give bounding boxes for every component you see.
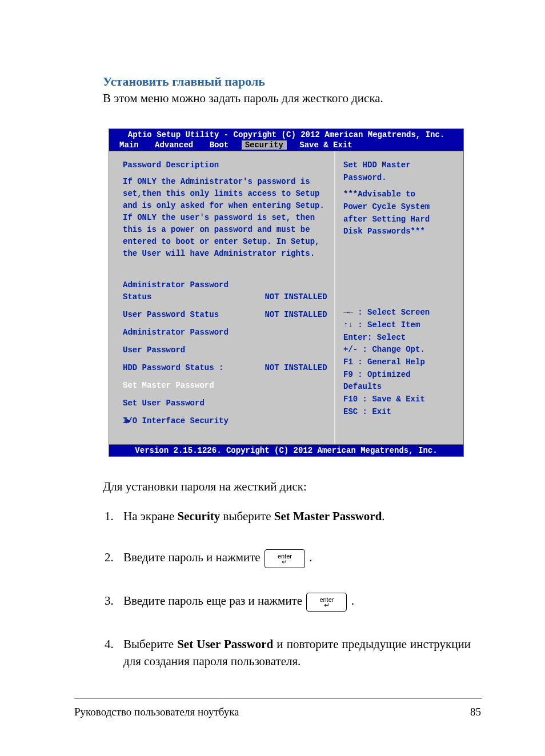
bios-help-panel: Set HDD Master Password. ***Advisable to… bbox=[334, 151, 463, 444]
bios-tab-save-exit[interactable]: Save & Exit bbox=[296, 140, 355, 150]
footer-page-number: 85 bbox=[470, 706, 481, 718]
bios-nav-line: F9 : Optimized bbox=[343, 369, 458, 381]
bios-desc-line: entered to boot or enter Setup. In Setup… bbox=[123, 236, 334, 248]
bios-desc-line: If ONLY the Administrator's password is bbox=[123, 176, 334, 188]
bios-tab-security[interactable]: Security bbox=[242, 140, 287, 150]
bios-hdd-pw-status: HDD Password Status : NOT INSTALLED bbox=[123, 362, 334, 374]
bios-admin-pw-status: Administrator Password Status NOT INSTAL… bbox=[123, 279, 334, 303]
bios-tab-boot[interactable]: Boot bbox=[206, 140, 233, 150]
triangle-right-icon: ▶ bbox=[126, 415, 131, 427]
bios-help-line: ***Advisable to bbox=[343, 188, 458, 201]
bios-screenshot: Aptio Setup Utility - Copyright (C) 2012… bbox=[109, 128, 464, 457]
intro-paragraph: В этом меню можно задать пароль для жест… bbox=[103, 91, 471, 106]
bios-set-user-password-item[interactable]: Set User Password bbox=[123, 397, 334, 409]
bios-help-line: Disk Passwords*** bbox=[343, 226, 458, 238]
bios-desc-line: set,then this only limits access to Setu… bbox=[123, 188, 334, 200]
bios-desc-line: and is only asked for when entering Setu… bbox=[123, 200, 334, 212]
step-3: Введите пароль еще раз и нажмите enter ↵… bbox=[117, 592, 471, 612]
bios-desc-line: If ONLY the user's password is set, then bbox=[123, 212, 334, 224]
step-1: На экране Security выберите Set Master P… bbox=[117, 508, 471, 525]
bios-nav-line: Enter: Select bbox=[343, 332, 458, 344]
bios-help-line: after Setting Hard bbox=[343, 214, 458, 226]
bios-set-master-password-item[interactable]: Set Master Password bbox=[123, 380, 334, 392]
footer-doc-title: Руководство пользователя ноутбука bbox=[74, 706, 239, 718]
bios-main-panel: Password Description If ONLY the Adminis… bbox=[109, 151, 334, 444]
bios-password-description-header: Password Description bbox=[123, 159, 334, 171]
bios-nav-line: Defaults bbox=[343, 381, 458, 393]
section-title: Установить главный пароль bbox=[103, 74, 471, 89]
bios-nav-line: F1 : General Help bbox=[343, 356, 458, 369]
bios-desc-line: the User will have Administrator rights. bbox=[123, 248, 334, 260]
instructions-subhead: Для установки пароля на жесткий диск: bbox=[103, 480, 471, 494]
bios-footer: Version 2.15.1226. Copyright (C) 2012 Am… bbox=[109, 444, 463, 456]
bios-user-pw-item[interactable]: User Password bbox=[123, 344, 334, 356]
enter-key-icon: enter ↵ bbox=[306, 593, 347, 612]
bios-tab-advanced[interactable]: Advanced bbox=[151, 140, 197, 150]
instruction-list: На экране Security выберите Set Master P… bbox=[103, 508, 471, 670]
bios-desc-line: this is a power on password and must be bbox=[123, 224, 334, 236]
bios-help-line: Set HDD Master bbox=[343, 159, 458, 172]
bios-user-pw-status: User Password Status NOT INSTALLED bbox=[123, 309, 334, 321]
bios-nav-line: F10 : Save & Exit bbox=[343, 393, 458, 406]
bios-nav-line: →← : Select Screen bbox=[343, 307, 458, 319]
bios-tab-main[interactable]: Main bbox=[116, 140, 142, 150]
step-4: Выберите Set User Password и повторите п… bbox=[117, 636, 471, 670]
bios-nav-line: ↑↓ : Select Item bbox=[343, 319, 458, 332]
bios-menu-bar: Main Advanced Boot Security Save & Exit bbox=[109, 139, 463, 151]
bios-nav-line: +/- : Change Opt. bbox=[343, 344, 458, 356]
bios-nav-line: ESC : Exit bbox=[343, 406, 458, 419]
enter-key-icon: enter ↵ bbox=[265, 549, 305, 568]
bios-help-line: Power Cycle System bbox=[343, 201, 458, 214]
bios-io-interface-item[interactable]: ▶ I/O Interface Security bbox=[123, 415, 334, 427]
footer-rule bbox=[74, 698, 482, 699]
bios-admin-pw-item[interactable]: Administrator Password bbox=[123, 327, 334, 339]
step-2: Введите пароль и нажмите enter ↵ . bbox=[117, 549, 471, 568]
bios-help-line: Password. bbox=[343, 172, 458, 184]
bios-title-bar: Aptio Setup Utility - Copyright (C) 2012… bbox=[109, 129, 463, 139]
